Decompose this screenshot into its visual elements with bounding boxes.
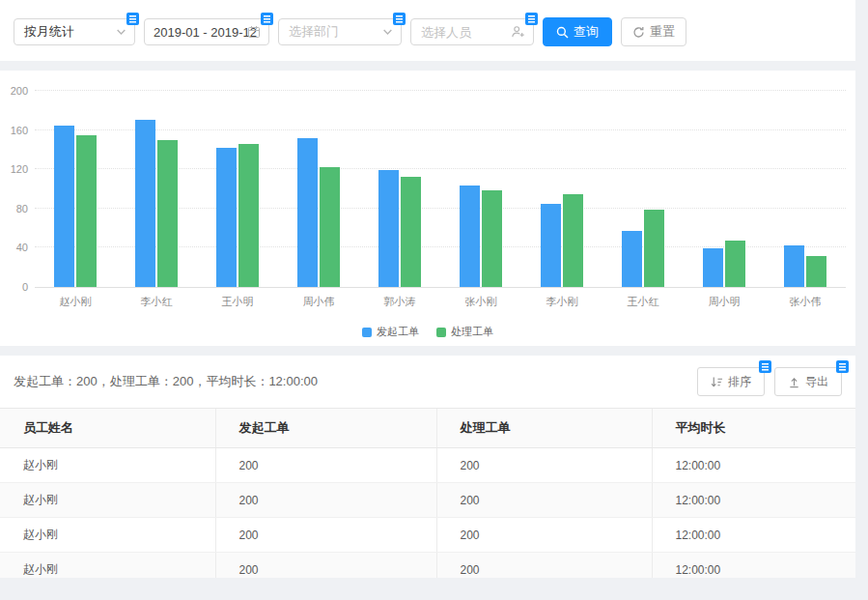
stats-table: 员工姓名发起工单处理工单平均时长 赵小刚20020012:00:00赵小刚200… bbox=[0, 408, 855, 578]
period-select[interactable]: 按月统计 bbox=[14, 18, 135, 45]
y-axis-tick-label: 40 bbox=[16, 242, 28, 253]
x-axis-category-label: 张小刚 bbox=[440, 295, 521, 309]
reset-button[interactable]: 重置 bbox=[621, 17, 686, 46]
bar-handled bbox=[401, 177, 421, 287]
bar-handled bbox=[725, 241, 745, 287]
x-axis-category-label: 李小刚 bbox=[521, 295, 602, 309]
bar-initiated bbox=[541, 204, 561, 287]
summary-text: 发起工单：200，处理工单：200，平均时长：12:00:00 bbox=[14, 373, 318, 390]
bar-initiated bbox=[378, 170, 399, 287]
bar-handled bbox=[76, 135, 97, 287]
y-axis-tick-label: 120 bbox=[11, 163, 28, 175]
table-panel: 发起工单：200，处理工单：200，平均时长：12:00:00 排序 bbox=[0, 356, 855, 578]
x-axis-category-label: 王小明 bbox=[197, 295, 278, 309]
bar-initiated bbox=[784, 245, 804, 287]
bar-initiated bbox=[54, 126, 74, 287]
table-cell: 赵小刚 bbox=[0, 553, 215, 579]
department-select-placeholder: 选择部门 bbox=[279, 23, 339, 41]
sort-button[interactable]: 排序 bbox=[697, 367, 765, 396]
export-button[interactable]: 导出 bbox=[774, 367, 842, 396]
chart-legend: 发起工单处理工单 bbox=[0, 325, 855, 339]
list-badge-icon[interactable] bbox=[261, 13, 273, 25]
table-row: 赵小刚20020012:00:00 bbox=[0, 518, 855, 553]
table-header-row: 员工姓名发起工单处理工单平均时长 bbox=[0, 409, 855, 448]
legend-swatch bbox=[362, 328, 372, 337]
list-badge-icon[interactable] bbox=[836, 360, 849, 373]
export-button-label: 导出 bbox=[805, 374, 828, 390]
table-column-header: 员工姓名 bbox=[0, 409, 215, 448]
bar-initiated bbox=[135, 120, 155, 287]
legend-label: 处理工单 bbox=[451, 325, 493, 339]
bar-initiated bbox=[297, 138, 318, 287]
table-cell: 200 bbox=[436, 448, 652, 483]
search-button[interactable]: 查询 bbox=[543, 17, 612, 46]
bar-handled bbox=[320, 167, 340, 287]
bar-series-area bbox=[35, 91, 846, 287]
sort-button-label: 排序 bbox=[728, 374, 751, 390]
chevron-down-icon bbox=[116, 27, 126, 38]
list-badge-icon[interactable] bbox=[393, 13, 406, 25]
table-cell: 赵小刚 bbox=[0, 518, 215, 553]
x-axis-category-label: 李小红 bbox=[116, 295, 197, 309]
bar-handled bbox=[482, 190, 502, 287]
export-icon bbox=[788, 376, 800, 388]
department-select[interactable]: 选择部门 bbox=[278, 18, 402, 45]
legend-item[interactable]: 处理工单 bbox=[436, 325, 493, 339]
table-cell: 12:00:00 bbox=[652, 518, 855, 553]
bar-initiated bbox=[703, 248, 723, 287]
bar-group bbox=[765, 91, 846, 287]
bar-group bbox=[602, 91, 684, 287]
table-column-header: 处理工单 bbox=[436, 409, 652, 448]
table-cell: 12:00:00 bbox=[652, 448, 855, 483]
reset-button-label: 重置 bbox=[650, 23, 675, 41]
bar-group bbox=[521, 91, 602, 287]
legend-item[interactable]: 发起工单 bbox=[362, 325, 419, 339]
x-axis-category-label: 周小伟 bbox=[278, 295, 359, 309]
search-button-label: 查询 bbox=[574, 23, 599, 41]
table-cell: 12:00:00 bbox=[652, 483, 855, 518]
bar-handled bbox=[238, 144, 259, 287]
bar-initiated bbox=[460, 186, 480, 287]
filter-toolbar: 按月统计 2019-01 - 2019-12 选择部门 bbox=[0, 0, 855, 46]
period-select-value: 按月统计 bbox=[14, 23, 74, 41]
add-person-icon bbox=[511, 25, 525, 40]
summary-bar: 发起工单：200，处理工单：200，平均时长：12:00:00 排序 bbox=[0, 356, 855, 408]
table-cell: 200 bbox=[215, 483, 436, 518]
list-badge-icon[interactable] bbox=[126, 13, 139, 25]
person-select-input[interactable] bbox=[421, 25, 510, 40]
bar-handled bbox=[157, 140, 178, 287]
list-badge-icon[interactable] bbox=[525, 13, 538, 25]
table-cell: 200 bbox=[215, 553, 436, 579]
table-cell: 200 bbox=[436, 553, 652, 579]
y-axis-tick-label: 160 bbox=[11, 125, 28, 136]
table-column-header: 发起工单 bbox=[215, 409, 436, 448]
bar-handled bbox=[806, 256, 826, 287]
y-axis-tick-label: 0 bbox=[22, 281, 28, 293]
person-select[interactable] bbox=[410, 18, 534, 45]
bar-group bbox=[684, 91, 765, 287]
x-axis-category-label: 郭小涛 bbox=[359, 295, 440, 309]
date-range-value: 2019-01 - 2019-12 bbox=[145, 25, 257, 40]
x-axis-category-label: 周小明 bbox=[684, 295, 765, 309]
bar-group bbox=[278, 91, 359, 287]
y-axis-tick-label: 80 bbox=[16, 203, 28, 214]
table-row: 赵小刚20020012:00:00 bbox=[0, 448, 855, 483]
bar-group bbox=[116, 91, 197, 287]
search-icon bbox=[556, 26, 569, 39]
date-range-picker[interactable]: 2019-01 - 2019-12 bbox=[144, 18, 269, 45]
chart-xlabels: 赵小刚李小红王小明周小伟郭小涛张小刚李小刚王小红周小明张小伟 bbox=[35, 295, 846, 309]
x-axis-category-label: 王小红 bbox=[602, 295, 684, 309]
legend-swatch bbox=[436, 328, 446, 337]
table-row: 赵小刚20020012:00:00 bbox=[0, 483, 855, 518]
bar-initiated bbox=[216, 148, 237, 287]
chevron-down-icon bbox=[382, 27, 393, 38]
table-cell: 赵小刚 bbox=[0, 448, 215, 483]
y-axis-tick-label: 200 bbox=[11, 85, 28, 97]
table-cell: 赵小刚 bbox=[0, 483, 215, 518]
table-row: 赵小刚20020012:00:00 bbox=[0, 553, 855, 579]
bar-group bbox=[440, 91, 521, 287]
table-cell: 200 bbox=[215, 448, 436, 483]
list-badge-icon[interactable] bbox=[759, 360, 771, 373]
table-cell: 200 bbox=[215, 518, 436, 553]
table-cell: 200 bbox=[436, 483, 652, 518]
